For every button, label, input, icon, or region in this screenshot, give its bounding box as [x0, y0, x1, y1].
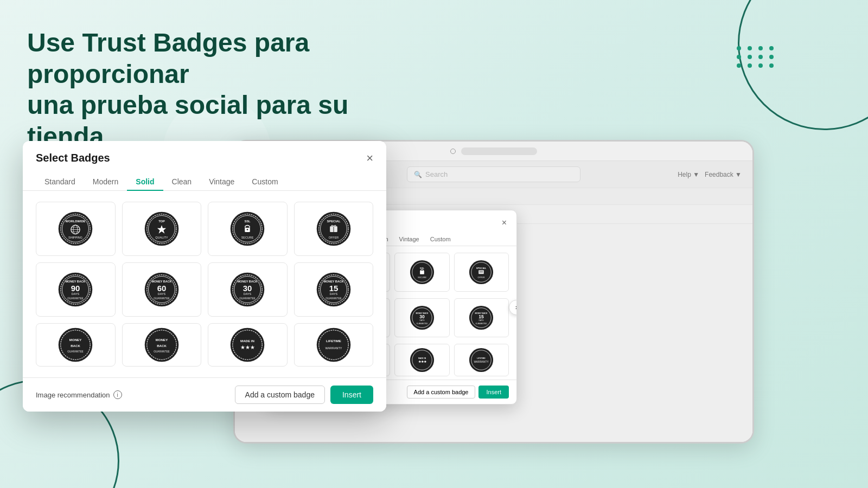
- svg-text:30: 30: [243, 284, 252, 293]
- tab-solid[interactable]: Solid: [127, 173, 163, 190]
- badge-worldwide-shipping[interactable]: WORLDWIDE SHIPPING: [36, 202, 116, 256]
- svg-text:QUALITY: QUALITY: [155, 236, 168, 239]
- svg-text:DAYS: DAYS: [244, 292, 252, 296]
- tab-clean[interactable]: Clean: [163, 173, 201, 190]
- main-modal: Select Badges × Standard Modern Solid Cl…: [23, 141, 386, 412]
- svg-text:MONEY BACK: MONEY BACK: [66, 280, 86, 283]
- main-modal-footer: Image recommendation i Add a custom badg…: [23, 377, 386, 412]
- svg-text:MADE IN: MADE IN: [240, 339, 254, 343]
- main-modal-title: Select Badges: [36, 152, 110, 164]
- badge-top-quality[interactable]: TOP QUALITY: [122, 202, 202, 256]
- svg-text:GUARANTEE: GUARANTEE: [416, 323, 428, 325]
- svg-text:LIFETIME: LIFETIME: [326, 339, 341, 343]
- badge-ssl-secure[interactable]: SSL SECURE: [208, 202, 288, 256]
- svg-text:60: 60: [157, 284, 166, 293]
- svg-text:MONEY: MONEY: [69, 338, 81, 342]
- inner-badge-made-in[interactable]: MADE IN ★★★: [394, 344, 450, 376]
- svg-text:DAYS: DAYS: [330, 292, 338, 296]
- svg-text:90: 90: [71, 284, 80, 293]
- main-close-button[interactable]: ×: [366, 152, 373, 164]
- headline: Use Trust Badges para proporcionar una p…: [27, 27, 363, 152]
- badge-special-offer[interactable]: SPECIAL OFFER: [294, 202, 374, 256]
- tab-modern[interactable]: Modern: [84, 173, 127, 190]
- svg-text:MADE IN: MADE IN: [418, 357, 426, 359]
- svg-text:DAYS: DAYS: [72, 292, 80, 296]
- svg-text:OFFER: OFFER: [478, 277, 485, 279]
- svg-text:30: 30: [419, 314, 425, 319]
- svg-text:WORLDWIDE: WORLDWIDE: [66, 220, 86, 223]
- svg-text:SSL: SSL: [245, 220, 251, 223]
- badge-lifetime[interactable]: LIFETIME WARRANTY: [294, 323, 374, 367]
- info-icon: i: [113, 390, 122, 399]
- inner-tab-custom[interactable]: Custom: [425, 233, 456, 246]
- inner-badge-ssl-secure[interactable]: SSL SECURE: [394, 253, 450, 292]
- svg-text:SSL: SSL: [420, 267, 425, 269]
- svg-text:GUARANTEE: GUARANTEE: [67, 350, 84, 353]
- svg-text:SECURE: SECURE: [418, 277, 426, 279]
- svg-text:MONEY BACK: MONEY BACK: [323, 280, 343, 283]
- svg-text:15: 15: [478, 314, 484, 319]
- inner-badge-money-back-15[interactable]: MONEY BACK 15 DAYS GUARANTEE: [454, 298, 509, 337]
- inner-add-custom-badge-button[interactable]: Add a custom badge: [407, 386, 476, 399]
- svg-text:BACK: BACK: [157, 344, 167, 348]
- main-badge-grid: WORLDWIDE SHIPPING TOP QUALITY: [23, 191, 386, 377]
- inner-badge-money-back-30[interactable]: MONEY BACK 30 DAYS GUARANTEE: [394, 298, 450, 337]
- svg-text:MONEY BACK: MONEY BACK: [151, 280, 171, 283]
- inner-close-button[interactable]: ×: [502, 219, 507, 227]
- svg-text:DAYS: DAYS: [158, 292, 166, 296]
- svg-text:WARRANTY: WARRANTY: [474, 361, 489, 363]
- badge-money-back-alt2[interactable]: MONEY BACK GUARANTEE: [122, 323, 202, 367]
- svg-text:GUARANTEE: GUARANTEE: [476, 323, 488, 325]
- svg-point-84: [247, 229, 248, 230]
- badge-money-back-90[interactable]: MONEY BACK 90 DAYS GUARANTEE: [36, 262, 116, 317]
- svg-text:SPECIAL: SPECIAL: [327, 220, 340, 223]
- badge-money-back-alt1[interactable]: MONEY BACK GUARANTEE: [36, 323, 116, 367]
- badge-money-back-15[interactable]: MONEY BACK 15 DAYS GUARANTEE: [294, 262, 374, 317]
- svg-text:MONEY: MONEY: [156, 338, 168, 342]
- svg-text:15: 15: [329, 284, 338, 293]
- dots-pattern: [737, 46, 776, 68]
- headline-text: Use Trust Badges para proporcionar una p…: [27, 27, 363, 152]
- inner-tab-vintage[interactable]: Vintage: [394, 233, 425, 246]
- tab-vintage[interactable]: Vintage: [200, 173, 243, 190]
- svg-text:BACK: BACK: [71, 344, 80, 348]
- svg-text:OFFER: OFFER: [329, 236, 339, 239]
- svg-text:WARRANTY: WARRANTY: [325, 346, 342, 350]
- image-recommendation: Image recommendation i: [36, 390, 122, 399]
- svg-text:GUARANTEE: GUARANTEE: [154, 297, 170, 300]
- svg-text:★★★: ★★★: [418, 360, 426, 363]
- badge-made-in[interactable]: MADE IN ★★★: [208, 323, 288, 367]
- svg-text:LIFETIME: LIFETIME: [477, 357, 486, 359]
- main-footer-actions: Add a custom badge Insert: [235, 386, 373, 404]
- svg-text:SHIPPING: SHIPPING: [68, 236, 82, 239]
- svg-text:MONEY BACK: MONEY BACK: [238, 280, 258, 283]
- add-custom-badge-button[interactable]: Add a custom badge: [235, 386, 325, 404]
- inner-insert-button[interactable]: Insert: [478, 386, 509, 399]
- svg-text:GUARANTEE: GUARANTEE: [239, 297, 256, 300]
- svg-text:DAYS: DAYS: [419, 319, 425, 322]
- svg-text:SPECIAL: SPECIAL: [476, 267, 487, 269]
- svg-text:GUARANTEE: GUARANTEE: [326, 297, 342, 300]
- insert-button[interactable]: Insert: [330, 386, 373, 404]
- svg-text:GUARANTEE: GUARANTEE: [154, 350, 170, 353]
- main-tabs: Standard Modern Solid Clean Vintage Cust…: [23, 164, 386, 191]
- inner-footer-actions: Add a custom badge Insert: [407, 386, 509, 399]
- svg-text:GUARANTEE: GUARANTEE: [67, 297, 84, 300]
- badge-money-back-30[interactable]: MONEY BACK 30 DAYS GUARANTEE: [208, 262, 288, 317]
- svg-text:TOP: TOP: [158, 220, 165, 223]
- inner-badge-special-offer[interactable]: SPECIAL OFFER: [454, 253, 509, 292]
- svg-point-64: [59, 212, 93, 246]
- tab-custom[interactable]: Custom: [243, 173, 286, 190]
- device-url-bar: [461, 147, 537, 155]
- tab-standard[interactable]: Standard: [36, 173, 84, 190]
- svg-text:DAYS: DAYS: [479, 319, 484, 322]
- svg-point-60: [469, 348, 493, 372]
- badge-money-back-60[interactable]: MONEY BACK 60 DAYS GUARANTEE: [122, 262, 202, 317]
- inner-badge-lifetime[interactable]: LIFETIME WARRANTY: [454, 344, 509, 376]
- main-modal-header: Select Badges ×: [23, 141, 386, 164]
- svg-text:★★★: ★★★: [240, 344, 255, 350]
- device-dot: [450, 149, 456, 154]
- svg-text:SECURE: SECURE: [241, 236, 254, 239]
- svg-point-135: [316, 328, 350, 362]
